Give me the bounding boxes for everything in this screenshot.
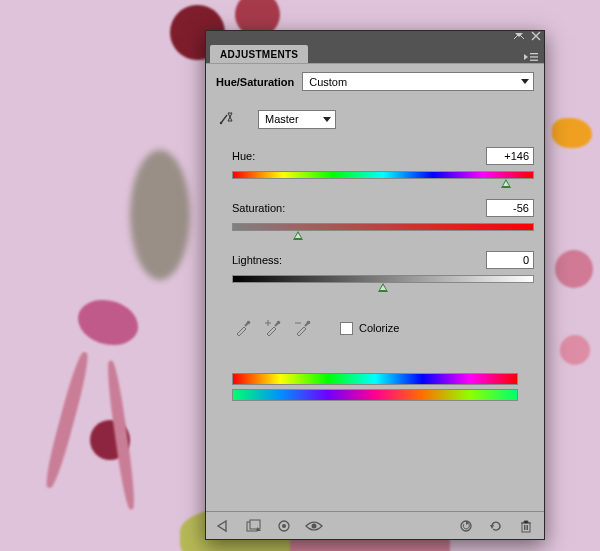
chevron-down-icon bbox=[521, 79, 529, 84]
adjustments-panel: ADJUSTMENTS Hue/Saturation Custom bbox=[205, 30, 545, 540]
preset-dropdown-value: Custom bbox=[309, 76, 347, 88]
output-hue-strip bbox=[232, 389, 518, 401]
eyedropper-minus-icon[interactable] bbox=[292, 317, 314, 339]
svg-marker-11 bbox=[218, 521, 226, 531]
saturation-slider[interactable] bbox=[232, 221, 534, 233]
eyedropper-row: Colorize bbox=[216, 317, 534, 339]
saturation-value-input[interactable] bbox=[486, 199, 534, 217]
lightness-label: Lightness: bbox=[232, 254, 282, 266]
lightness-value-input[interactable] bbox=[486, 251, 534, 269]
previous-state-icon[interactable] bbox=[456, 516, 476, 536]
adjustment-presets-icon[interactable] bbox=[244, 516, 264, 536]
targeted-adjustment-icon[interactable] bbox=[216, 109, 240, 129]
svg-point-10 bbox=[307, 321, 311, 325]
svg-marker-7 bbox=[228, 117, 232, 121]
lightness-slider-thumb[interactable] bbox=[378, 283, 388, 292]
input-hue-strip bbox=[232, 373, 518, 385]
visibility-icon[interactable] bbox=[304, 516, 324, 536]
collapse-icon[interactable] bbox=[513, 32, 525, 40]
preset-dropdown[interactable]: Custom bbox=[302, 72, 534, 91]
clip-to-layer-icon[interactable] bbox=[274, 516, 294, 536]
saturation-slider-thumb[interactable] bbox=[293, 231, 303, 240]
channel-dropdown[interactable]: Master bbox=[258, 110, 336, 129]
svg-marker-1 bbox=[524, 54, 528, 60]
svg-rect-2 bbox=[530, 53, 538, 54]
back-icon[interactable] bbox=[214, 516, 234, 536]
panel-footer bbox=[206, 511, 544, 539]
eyedropper-icon[interactable] bbox=[232, 317, 254, 339]
chevron-down-icon bbox=[323, 117, 331, 122]
svg-rect-3 bbox=[530, 56, 538, 57]
panel-menu-icon[interactable] bbox=[518, 51, 544, 63]
svg-point-16 bbox=[282, 524, 286, 528]
panel-titlebar bbox=[206, 31, 544, 41]
colorize-checkbox[interactable] bbox=[340, 322, 353, 335]
reset-icon[interactable] bbox=[486, 516, 506, 536]
channel-dropdown-value: Master bbox=[265, 113, 299, 125]
svg-marker-20 bbox=[490, 525, 494, 529]
trash-icon[interactable] bbox=[516, 516, 536, 536]
color-range-display bbox=[232, 373, 518, 405]
panel-content: Hue/Saturation Custom Master bbox=[206, 63, 544, 511]
svg-point-9 bbox=[277, 321, 281, 325]
colorize-label: Colorize bbox=[359, 322, 399, 334]
hue-slider-block: Hue: bbox=[216, 147, 534, 187]
tab-adjustments[interactable]: ADJUSTMENTS bbox=[210, 45, 308, 63]
hue-slider-thumb[interactable] bbox=[501, 179, 511, 188]
eyedropper-plus-icon[interactable] bbox=[262, 317, 284, 339]
saturation-slider-block: Saturation: bbox=[216, 199, 534, 239]
svg-point-8 bbox=[247, 321, 251, 325]
colorize-checkbox-wrap[interactable]: Colorize bbox=[340, 322, 399, 335]
lightness-slider-block: Lightness: bbox=[216, 251, 534, 291]
adjustment-title: Hue/Saturation bbox=[216, 76, 294, 88]
svg-rect-4 bbox=[530, 60, 538, 61]
hue-label: Hue: bbox=[232, 150, 255, 162]
svg-rect-13 bbox=[250, 520, 260, 529]
svg-point-5 bbox=[220, 122, 222, 124]
svg-point-17 bbox=[312, 523, 317, 528]
hue-value-input[interactable] bbox=[486, 147, 534, 165]
lightness-slider[interactable] bbox=[232, 273, 534, 285]
hue-slider[interactable] bbox=[232, 169, 534, 181]
saturation-label: Saturation: bbox=[232, 202, 285, 214]
close-icon[interactable] bbox=[531, 31, 541, 41]
panel-tabstrip: ADJUSTMENTS bbox=[206, 41, 544, 63]
